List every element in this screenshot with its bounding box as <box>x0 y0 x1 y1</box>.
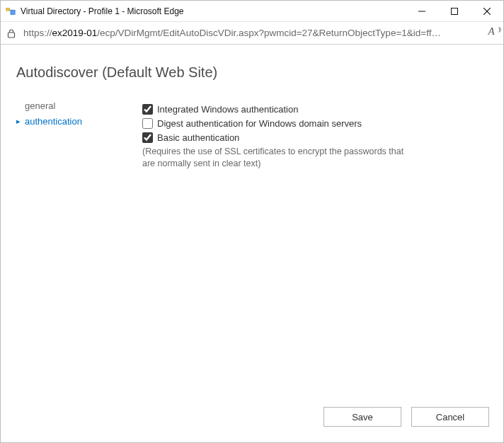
main-panel: Integrated Windows authentication Digest… <box>142 98 503 407</box>
url-text[interactable]: https://ex2019-01/ecp/VDirMgmt/EditAutoD… <box>23 28 478 38</box>
minimize-button[interactable] <box>406 1 438 22</box>
sidenav-label: authentication <box>25 116 82 127</box>
integrated-auth-row[interactable]: Integrated Windows authentication <box>142 102 482 116</box>
svg-line-4 <box>483 8 491 15</box>
cancel-button[interactable]: Cancel <box>411 407 489 427</box>
digest-auth-checkbox[interactable] <box>142 118 153 129</box>
page-title: Autodiscover (Default Web Site) <box>1 45 503 98</box>
integrated-auth-checkbox[interactable] <box>142 104 153 115</box>
svg-rect-3 <box>452 8 458 14</box>
url-path: /ecp/VDirMgmt/EditAutoDiscVDir.aspx?pwmc… <box>97 28 441 38</box>
url-host: ex2019-01 <box>52 28 98 38</box>
digest-auth-row[interactable]: Digest authentication for Windows domain… <box>142 116 482 130</box>
basic-auth-hint: (Requires the use of SSL certificates to… <box>142 146 418 170</box>
sidenav-label: general <box>25 100 55 111</box>
svg-line-5 <box>483 8 491 15</box>
window-title: Virtual Directory - Profile 1 - Microsof… <box>21 6 184 16</box>
svg-rect-0 <box>6 8 9 11</box>
read-aloud-icon[interactable]: A <box>483 25 499 41</box>
address-bar: https://ex2019-01/ecp/VDirMgmt/EditAutoD… <box>1 22 503 45</box>
sidenav-item-authentication[interactable]: ▸ authentication <box>16 113 142 129</box>
svg-rect-1 <box>11 10 15 14</box>
caret-icon: ▸ <box>16 117 23 126</box>
digest-auth-label: Digest authentication for Windows domain… <box>157 118 362 129</box>
basic-auth-label: Basic authentication <box>157 132 239 143</box>
site-lock-icon[interactable] <box>5 27 18 40</box>
footer: Save Cancel <box>1 407 503 442</box>
basic-auth-checkbox[interactable] <box>142 132 153 143</box>
maximize-button[interactable] <box>438 1 471 22</box>
basic-auth-row[interactable]: Basic authentication <box>142 130 482 144</box>
svg-rect-6 <box>8 33 15 38</box>
close-button[interactable] <box>471 1 503 22</box>
title-bar: Virtual Directory - Profile 1 - Microsof… <box>1 1 503 22</box>
url-protocol: https:// <box>23 28 52 38</box>
side-nav: ▸ general ▸ authentication <box>1 98 142 407</box>
app-favicon-icon <box>5 6 16 17</box>
integrated-auth-label: Integrated Windows authentication <box>157 104 298 115</box>
save-button[interactable]: Save <box>323 407 401 427</box>
sidenav-item-general[interactable]: ▸ general <box>16 98 142 113</box>
content-area: Autodiscover (Default Web Site) ▸ genera… <box>1 45 503 442</box>
